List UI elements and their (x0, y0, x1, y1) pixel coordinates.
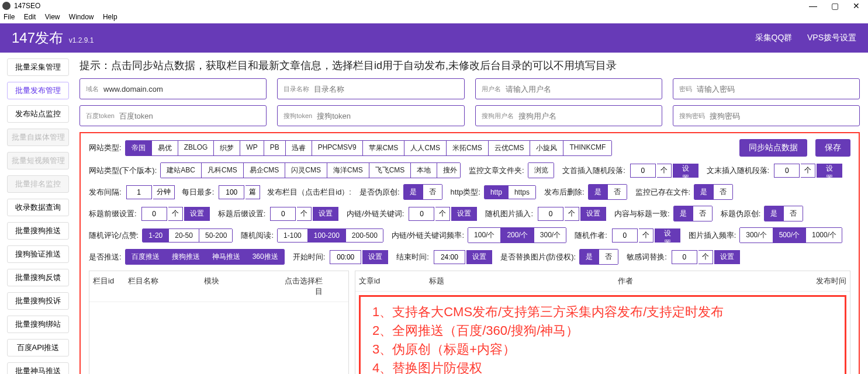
pill-option[interactable]: 迅睿 (286, 141, 312, 155)
header-link-vps[interactable]: VPS拨号设置 (807, 33, 856, 42)
save-button[interactable]: 保存 (815, 139, 850, 157)
pill-option[interactable]: 是 (589, 185, 608, 199)
pill-option[interactable]: 人人CMS (404, 141, 447, 155)
http-type-toggle[interactable]: httphttps (484, 185, 536, 199)
rand-author-set[interactable]: 设置 (655, 228, 680, 243)
sidebar-item[interactable]: 搜狗验证推送 (7, 245, 69, 263)
sidebar-item[interactable]: 批量搜狗投诉 (7, 292, 69, 310)
pill-option[interactable]: 50-200 (199, 229, 233, 242)
delete-after-toggle[interactable]: 是否 (588, 184, 627, 200)
pill-option[interactable]: 小旋风 (530, 141, 563, 155)
kw-freq-options[interactable]: 100/个200/个300/个 (468, 227, 566, 243)
pill-option[interactable]: 1000/个 (806, 228, 842, 243)
content-match-toggle[interactable]: 是否 (673, 206, 713, 221)
pill-option[interactable]: 海洋CMS (327, 163, 369, 178)
sidebar-item[interactable]: 批量发布管理 (7, 82, 69, 99)
pill-option[interactable]: 是 (404, 185, 423, 199)
monitor-exist-toggle[interactable]: 是否 (694, 184, 733, 200)
pill-option[interactable]: 本地 (411, 163, 437, 178)
sync-button[interactable]: 同步站点数据 (739, 139, 807, 157)
insert-tail-set[interactable]: 设置 (817, 164, 842, 178)
pill-option[interactable]: PB (264, 141, 286, 155)
input-field[interactable]: 搜狗密码 (673, 105, 860, 126)
pill-option[interactable]: 苹果CMS (363, 141, 405, 155)
pill-option[interactable]: ZBLOG (178, 141, 215, 155)
site-type-options[interactable]: 帝国易优ZBLOG织梦WPPB迅睿PHPCMSV9苹果CMS人人CMS米拓CMS… (125, 140, 613, 156)
prefix-input[interactable] (141, 207, 167, 221)
pill-option[interactable]: 米拓CMS (447, 141, 489, 155)
pill-option[interactable]: 神马推送 (206, 250, 247, 264)
rand-img-set[interactable]: 设置 (580, 207, 606, 221)
rand-img-input[interactable] (538, 207, 563, 221)
pill-option[interactable]: 易优 (152, 141, 178, 155)
pill-option[interactable]: 1-20 (143, 229, 169, 242)
input-field[interactable]: 用户名 (475, 78, 662, 99)
sidebar-item[interactable]: 批量自媒体管理 (7, 129, 69, 146)
site-type-next-options[interactable]: 建站ABC凡科CMS易企CMS闪灵CMS海洋CMS飞飞CMS本地搜外 (160, 162, 461, 178)
daily-max-input[interactable] (219, 185, 244, 199)
input-field[interactable]: 域名 (79, 78, 267, 99)
suffix-input[interactable] (270, 207, 296, 221)
menu-file[interactable]: File (4, 13, 15, 21)
start-time-set[interactable]: 设置 (362, 250, 388, 264)
inner-kw-input[interactable] (409, 207, 434, 221)
pill-option[interactable]: 搜狗推送 (166, 250, 206, 264)
pill-option[interactable]: 易企CMS (244, 163, 286, 178)
pseudo-toggle[interactable]: 是否 (403, 184, 442, 200)
prefix-set[interactable]: 设置 (184, 207, 210, 221)
interval-input[interactable] (126, 185, 152, 199)
sidebar-item[interactable]: 批量搜狗推送 (7, 222, 69, 240)
pill-option[interactable]: WP (240, 141, 264, 155)
input-field[interactable]: 密码 (673, 78, 860, 99)
pill-option[interactable]: 否 (784, 206, 803, 221)
sidebar-item[interactable]: 百度API推送 (7, 339, 69, 356)
pill-option[interactable]: 否 (714, 185, 732, 199)
menu-edit[interactable]: Edit (24, 13, 36, 21)
pill-option[interactable]: 闪灵CMS (285, 163, 327, 178)
pill-option[interactable]: 帝国 (126, 141, 152, 155)
end-time-set[interactable]: 设置 (466, 250, 492, 264)
rand-comment-options[interactable]: 1-2020-5050-200 (142, 228, 233, 243)
browse-button[interactable]: 浏览 (528, 163, 554, 178)
pill-option[interactable]: 300/个 (740, 228, 773, 243)
input-field[interactable]: 搜狗token (277, 105, 464, 126)
pill-option[interactable]: 360推送 (247, 250, 284, 264)
pill-option[interactable]: 百度推送 (126, 250, 166, 264)
pill-option[interactable]: 否 (423, 185, 442, 199)
sidebar-item[interactable]: 批量神马推送 (7, 362, 69, 374)
insert-head-input[interactable] (630, 164, 656, 178)
sidebar-item[interactable]: 批量搜狗反馈 (7, 269, 69, 286)
pill-option[interactable]: 否 (693, 206, 712, 221)
pill-option[interactable]: http (485, 186, 509, 199)
pill-option[interactable]: 否 (608, 185, 627, 199)
pill-option[interactable]: 1-100 (278, 229, 308, 242)
pill-option[interactable]: 20-50 (169, 229, 199, 242)
pill-option[interactable]: 300/个 (534, 228, 566, 243)
sidebar-item[interactable]: 收录数据查询 (7, 199, 69, 216)
sidebar-item[interactable]: 批量搜狗绑站 (7, 316, 69, 333)
articles-table[interactable]: 文章id 标题 作者 发布时间 1、支持各大CMS发布/支持第三方采集内容发布/… (355, 271, 850, 374)
sidebar-item[interactable]: 批量短视频管理 (7, 152, 69, 169)
pill-option[interactable]: 织梦 (214, 141, 240, 155)
insert-head-set[interactable]: 设置 (673, 164, 698, 178)
columns-table[interactable]: 栏目id 栏目名称 模块 点击选择栏目 (89, 271, 349, 374)
insert-tail-input[interactable] (774, 164, 800, 178)
pill-option[interactable]: 200-500 (346, 229, 383, 242)
sidebar-item[interactable]: 批量采集管理 (7, 58, 69, 76)
close-button[interactable]: ✕ (853, 1, 860, 11)
pill-option[interactable]: 是 (765, 206, 784, 221)
menu-help[interactable]: Help (103, 13, 117, 21)
start-time-input[interactable] (330, 250, 361, 264)
pill-option[interactable]: PHPCMSV9 (312, 141, 363, 155)
pill-option[interactable]: https (509, 186, 535, 199)
pill-option[interactable]: 搜外 (437, 163, 461, 178)
pill-option[interactable]: 否 (599, 250, 618, 264)
sens-set[interactable]: 设置 (714, 250, 740, 264)
pill-option[interactable]: 凡科CMS (202, 163, 244, 178)
pill-option[interactable]: 200/个 (501, 228, 534, 243)
menu-view[interactable]: View (45, 13, 60, 21)
replace-img-toggle[interactable]: 是否 (579, 249, 618, 265)
minimize-button[interactable]: — (809, 1, 817, 11)
input-field[interactable]: 搜狗用户名 (475, 105, 662, 126)
pill-option[interactable]: 100-200 (308, 229, 346, 242)
